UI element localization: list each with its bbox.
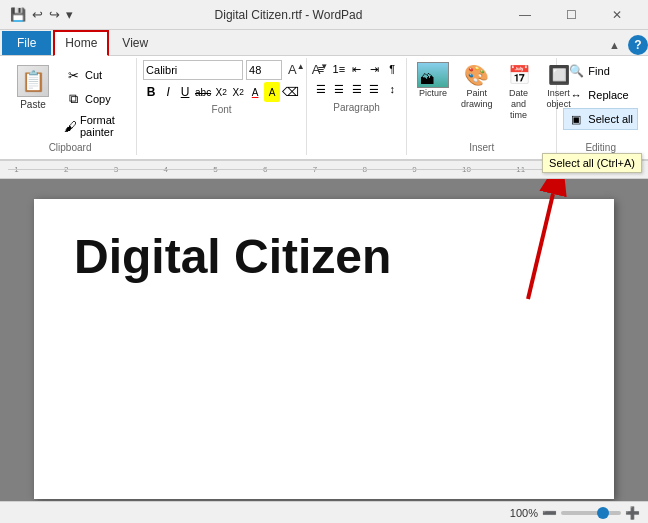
clipboard-label: Clipboard [10,142,130,153]
close-button[interactable]: ✕ [594,0,640,30]
find-button[interactable]: 🔍 Find [563,60,638,82]
ribbon-controls: ▲ ? [605,35,648,55]
paint-drawing-button[interactable]: 🎨 Paintdrawing [457,60,497,112]
document-page: Digital Citizen [34,199,614,499]
clipboard-small-buttons: ✂ Cut ⧉ Copy 🖌 Format painter [60,60,130,140]
paste-icon: 📋 [17,65,49,97]
editing-group: 🔍 Find ↔ Replace ▣ Select all Editing Se… [557,58,644,155]
justify-button[interactable]: ☰ [366,80,382,98]
highlight-color-button[interactable]: A [264,82,280,102]
bullets-button[interactable]: ≡ [313,60,329,78]
select-all-tooltip: Select all (Ctrl+A) [542,153,642,173]
italic-button[interactable]: I [160,82,176,102]
find-label: Find [588,65,609,77]
font-label: Font [143,104,300,115]
quick-access-toolbar: 💾 ↩ ↪ ▾ [8,6,75,23]
replace-icon: ↔ [568,87,584,103]
para-row-2: ☰ ☰ ☰ ☰ ↕ [313,80,400,98]
tab-view[interactable]: View [111,31,159,55]
undo-button[interactable]: ↩ [30,6,45,23]
zoom-out-button[interactable]: ➖ [542,506,557,520]
decrease-indent-button[interactable]: ⇤ [349,60,365,78]
ribbon-content: 📋 Paste ✂ Cut ⧉ Copy 🖌 [0,56,648,160]
insert-label: Insert [413,142,550,153]
increase-indent-button[interactable]: ⇥ [366,60,382,78]
redo-button[interactable]: ↪ [47,6,62,23]
select-all-label: Select all [588,113,633,125]
line-spacing-button[interactable]: ↕ [384,80,400,98]
font-size-input[interactable] [246,60,282,80]
ribbon-tab-bar: File Home View ▲ ? [0,30,648,56]
copy-icon: ⧉ [64,90,82,108]
font-name-input[interactable] [143,60,243,80]
maximize-button[interactable]: ☐ [548,0,594,30]
date-time-button[interactable]: 📅 Date andtime [501,60,537,122]
document-content: Digital Citizen [74,229,574,284]
minimize-button[interactable]: — [502,0,548,30]
bold-button[interactable]: B [143,82,159,102]
cut-label: Cut [85,69,102,81]
calendar-icon: 📅 [505,62,533,88]
paragraph-label: Paragraph [313,102,400,113]
subscript-button[interactable]: X2 [213,82,229,102]
font-row-2: B I U abc X2 X2 A A ⌫ [143,82,300,102]
insert-group: Picture 🎨 Paintdrawing 📅 Date andtime 🔲 … [407,58,557,155]
editing-label: Editing [563,142,638,153]
font-group: A▲ A▼ B I U abc X2 X2 A A ⌫ Font [137,58,307,155]
tab-file[interactable]: File [2,31,51,55]
picture-button[interactable]: Picture [413,60,453,101]
ribbon: File Home View ▲ ? 📋 Paste ✂ [0,30,648,161]
window-controls: — ☐ ✕ [502,0,640,30]
format-painter-icon: 🖌 [64,117,77,135]
save-button[interactable]: 💾 [8,6,28,23]
text-color-button[interactable]: A [247,82,263,102]
help-button[interactable]: ? [628,35,648,55]
numbering-button[interactable]: 1≡ [331,60,347,78]
app-window: 💾 ↩ ↪ ▾ Digital Citizen.rtf - WordPad — … [0,0,648,523]
eraser-button[interactable]: ⌫ [281,82,300,102]
underline-button[interactable]: U [177,82,193,102]
font-row-1: A▲ A▼ [143,60,300,80]
status-bar: 100% ➖ ➕ [0,501,648,523]
align-center-button[interactable]: ☰ [331,80,347,98]
insert-group-content: Picture 🎨 Paintdrawing 📅 Date andtime 🔲 … [413,60,550,140]
select-all-icon: ▣ [568,111,584,127]
format-painter-label: Format painter [80,114,126,138]
scissors-icon: ✂ [64,66,82,84]
font-grow-button[interactable]: A▲ [285,61,308,78]
copy-label: Copy [85,93,111,105]
replace-label: Replace [588,89,628,101]
align-right-button[interactable]: ☰ [349,80,365,98]
zoom-slider[interactable] [561,511,621,515]
picture-icon [417,62,449,88]
paste-button[interactable]: 📋 Paste [10,60,56,115]
zoom-thumb [597,507,609,519]
paragraph-group: ≡ 1≡ ⇤ ⇥ ¶ ☰ ☰ ☰ ☰ ↕ Paragraph [307,58,407,155]
clipboard-group: 📋 Paste ✂ Cut ⧉ Copy 🖌 [4,58,137,155]
para-row-1: ≡ 1≡ ⇤ ⇥ ¶ [313,60,400,78]
select-all-button[interactable]: ▣ Select all [563,108,638,130]
para-settings-button[interactable]: ¶ [384,60,400,78]
superscript-button[interactable]: X2 [230,82,246,102]
clipboard-group-content: 📋 Paste ✂ Cut ⧉ Copy 🖌 [10,60,130,140]
strikethrough-button[interactable]: abc [194,82,212,102]
date-time-label: Date andtime [505,88,533,120]
tab-home[interactable]: Home [53,30,109,56]
document-area[interactable]: Digital Citizen [0,179,648,501]
title-bar: 💾 ↩ ↪ ▾ Digital Citizen.rtf - WordPad — … [0,0,648,30]
find-icon: 🔍 [568,63,584,79]
zoom-in-button[interactable]: ➕ [625,506,640,520]
zoom-controls: 100% ➖ ➕ [510,506,640,520]
customize-button[interactable]: ▾ [64,6,75,23]
ribbon-collapse-button[interactable]: ▲ [605,39,624,51]
cut-button[interactable]: ✂ Cut [60,64,130,86]
zoom-percentage: 100% [510,507,538,519]
picture-label: Picture [419,88,447,99]
format-painter-button[interactable]: 🖌 Format painter [60,112,130,140]
paint-drawing-icon: 🎨 [463,62,491,88]
paste-label: Paste [20,99,46,110]
editing-group-content: 🔍 Find ↔ Replace ▣ Select all [563,60,638,140]
copy-button[interactable]: ⧉ Copy [60,88,130,110]
align-left-button[interactable]: ☰ [313,80,329,98]
replace-button[interactable]: ↔ Replace [563,84,638,106]
